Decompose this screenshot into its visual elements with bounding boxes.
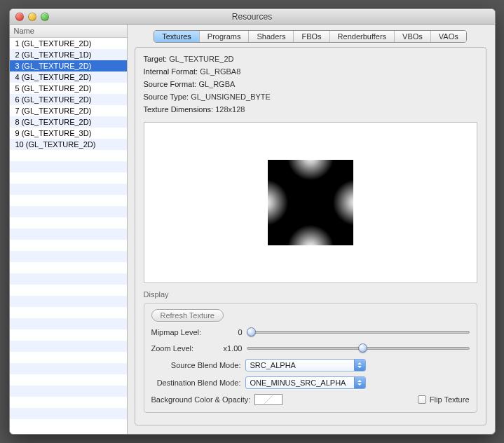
destination-blend-value: ONE_MINUS_SRC_ALPHA — [250, 379, 346, 387]
mipmap-level-label: Mipmap Level: — [151, 328, 214, 336]
list-item — [10, 363, 127, 374]
destination-blend-label: Destination Blend Mode: — [151, 379, 241, 387]
list-item — [10, 386, 127, 397]
tabs: TexturesProgramsShadersFBOsRenderbuffers… — [154, 30, 467, 43]
zoom-level-value: x1.00 — [219, 344, 243, 353]
list-item — [10, 285, 127, 296]
tab-vbos[interactable]: VBOs — [395, 31, 431, 42]
destination-blend-select[interactable]: ONE_MINUS_SRC_ALPHA — [245, 376, 366, 389]
list-item — [10, 172, 127, 184]
sidebar-list: 1 (GL_TEXTURE_2D)2 (GL_TEXTURE_1D)3 (GL_… — [10, 38, 127, 434]
source-blend-select[interactable]: SRC_ALPHA — [245, 359, 366, 372]
list-item — [10, 206, 127, 217]
list-item — [10, 229, 127, 240]
chevron-updown-icon — [354, 360, 365, 371]
background-color-label: Background Color & Opacity: — [151, 395, 251, 404]
list-item[interactable]: 9 (GL_TEXTURE_3D) — [10, 128, 127, 139]
target-label: Target: — [144, 55, 168, 63]
source-format-value: GL_RGBA — [198, 80, 235, 88]
dimensions-value: 128x128 — [215, 105, 245, 114]
list-item[interactable]: 10 (GL_TEXTURE_2D) — [10, 139, 127, 150]
list-item — [10, 296, 127, 307]
list-item — [10, 262, 127, 273]
display-group-label: Display — [144, 290, 477, 299]
internal-format-value: GL_RGBA8 — [200, 67, 240, 76]
zoom-level-slider[interactable] — [247, 343, 470, 354]
checkbox-box-icon — [418, 395, 426, 404]
texture-image — [268, 160, 353, 245]
list-item — [10, 240, 127, 251]
sidebar: Name 1 (GL_TEXTURE_2D)2 (GL_TEXTURE_1D)3… — [10, 25, 128, 434]
list-item — [10, 307, 127, 318]
texture-metadata: Target: GL_TEXTURE_2D Internal Format: G… — [144, 55, 477, 118]
main-panel: TexturesProgramsShadersFBOsRenderbuffers… — [128, 25, 495, 434]
internal-format-label: Internal Format: — [144, 67, 198, 76]
close-icon[interactable] — [15, 13, 24, 21]
target-value: GL_TEXTURE_2D — [169, 55, 233, 63]
tab-programs[interactable]: Programs — [200, 31, 250, 42]
source-type-value: GL_UNSIGNED_BYTE — [191, 93, 271, 101]
source-blend-value: SRC_ALPHA — [250, 361, 296, 369]
tab-vaos[interactable]: VAOs — [431, 31, 466, 42]
list-item — [10, 408, 127, 419]
list-item — [10, 341, 127, 352]
window-body: Name 1 (GL_TEXTURE_2D)2 (GL_TEXTURE_1D)3… — [10, 25, 495, 434]
titlebar: Resources — [10, 9, 495, 25]
list-item — [10, 161, 127, 172]
background-color-well[interactable] — [254, 394, 282, 405]
list-item — [10, 273, 127, 285]
window-title: Resources — [10, 12, 495, 22]
tab-bar: TexturesProgramsShadersFBOsRenderbuffers… — [135, 30, 486, 43]
list-item[interactable]: 1 (GL_TEXTURE_2D) — [10, 38, 127, 49]
flip-texture-checkbox[interactable]: Flip Texture — [418, 395, 470, 404]
tab-textures[interactable]: Textures — [154, 31, 200, 42]
window: Resources Name 1 (GL_TEXTURE_2D)2 (GL_TE… — [9, 8, 496, 435]
dimensions-label: Texture Dimensions: — [144, 105, 214, 114]
flip-texture-label: Flip Texture — [430, 395, 470, 404]
sidebar-header[interactable]: Name — [10, 25, 127, 38]
minimize-icon[interactable] — [28, 13, 36, 21]
list-item — [10, 184, 127, 195]
list-item[interactable]: 8 (GL_TEXTURE_2D) — [10, 116, 127, 128]
list-item[interactable]: 7 (GL_TEXTURE_2D) — [10, 105, 127, 116]
list-item[interactable]: 5 (GL_TEXTURE_2D) — [10, 83, 127, 94]
list-item[interactable]: 6 (GL_TEXTURE_2D) — [10, 94, 127, 105]
zoom-level-label: Zoom Level: — [151, 344, 214, 353]
mipmap-level-slider[interactable] — [247, 327, 470, 338]
list-item — [10, 195, 127, 206]
refresh-texture-button[interactable]: Refresh Texture — [151, 309, 224, 322]
list-item — [10, 318, 127, 329]
tab-fbos[interactable]: FBOs — [294, 31, 329, 42]
list-item — [10, 150, 127, 161]
zoom-icon[interactable] — [41, 13, 49, 21]
source-type-label: Source Type: — [144, 93, 189, 101]
list-item — [10, 419, 127, 430]
list-item — [10, 397, 127, 408]
list-item — [10, 251, 127, 262]
list-item — [10, 352, 127, 363]
source-format-label: Source Format: — [144, 80, 197, 88]
display-group: Refresh Texture Mipmap Level: 0 Zoom Lev… — [144, 303, 477, 413]
list-item[interactable]: 2 (GL_TEXTURE_1D) — [10, 49, 127, 60]
list-item — [10, 374, 127, 386]
mipmap-level-value: 0 — [219, 328, 243, 336]
list-item[interactable]: 3 (GL_TEXTURE_2D) — [10, 60, 127, 71]
chevron-updown-icon — [354, 377, 365, 388]
list-item — [10, 329, 127, 341]
tab-shaders[interactable]: Shaders — [249, 31, 294, 42]
list-item[interactable]: 4 (GL_TEXTURE_2D) — [10, 71, 127, 83]
texture-preview — [144, 122, 477, 283]
list-item — [10, 217, 127, 229]
window-controls — [15, 13, 49, 21]
content-panel: Target: GL_TEXTURE_2D Internal Format: G… — [135, 47, 486, 425]
source-blend-label: Source Blend Mode: — [151, 361, 241, 369]
tab-renderbuffers[interactable]: Renderbuffers — [330, 31, 395, 42]
